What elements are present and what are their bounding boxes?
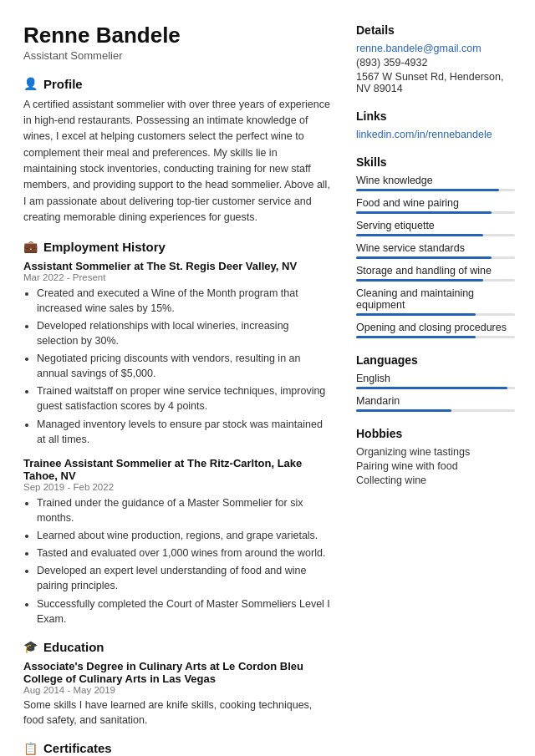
- links-section: Links linkedin.com/in/rennebandele: [356, 109, 515, 140]
- resume-header: Renne Bandele Assistant Sommelier: [23, 23, 333, 62]
- skill-label: Serving etiquette: [356, 220, 515, 231]
- hobbies-heading: Hobbies: [356, 427, 515, 440]
- skill-bar-bg: [356, 279, 515, 282]
- job-title: Assistant Sommelier at The St. Regis Dee…: [23, 260, 333, 272]
- education-heading: 🎓 Education: [23, 640, 333, 654]
- job-bullet: Successfully completed the Court of Mast…: [37, 596, 333, 627]
- skill-item: Wine knowledge: [356, 175, 515, 191]
- education-section: 🎓 Education Associate's Degree in Culina…: [23, 640, 333, 728]
- skill-item: Cleaning and maintaining equipment: [356, 287, 515, 316]
- skill-bar-fill: [356, 313, 476, 316]
- skill-label: Storage and handling of wine: [356, 265, 515, 277]
- skill-item: Serving etiquette: [356, 220, 515, 236]
- job-item: Trainee Assistant Sommelier at The Ritz-…: [23, 457, 333, 627]
- skill-bar-bg: [356, 234, 515, 236]
- hobby-item: Organizing wine tastings: [356, 446, 515, 458]
- job-bullet: Developed an expert level understanding …: [37, 563, 333, 593]
- skill-item: Opening and closing procedures: [356, 322, 515, 338]
- skill-bar-fill: [356, 211, 492, 214]
- skill-bar-fill: [356, 189, 499, 191]
- skill-bar-bg: [356, 313, 515, 316]
- profile-text: A certified assistant sommelier with ove…: [23, 97, 333, 226]
- language-label: English: [356, 373, 515, 384]
- skill-bar-bg: [356, 189, 515, 191]
- employment-heading: 💼 Employment History: [23, 240, 333, 254]
- skill-item: Storage and handling of wine: [356, 265, 515, 282]
- skills-section: Skills Wine knowledgeFood and wine pairi…: [356, 155, 515, 338]
- language-bar-fill: [356, 409, 451, 412]
- email-link[interactable]: renne.bandele@gmail.com: [356, 43, 515, 54]
- job-bullet: Learned about wine production, regions, …: [37, 528, 333, 543]
- employment-icon: 💼: [23, 240, 38, 253]
- job-bullet: Developed relationships with local winer…: [37, 318, 333, 348]
- jobs-list: Assistant Sommelier at The St. Regis Dee…: [23, 260, 333, 627]
- job-bullet: Trained under the guidance of a Master S…: [37, 495, 333, 525]
- edu-dates: Aug 2014 - May 2019: [23, 685, 333, 695]
- hobbies-section: Hobbies Organizing wine tastingsPairing …: [356, 427, 515, 486]
- job-bullets: Created and executed a Wine of the Month…: [23, 286, 333, 447]
- skills-heading: Skills: [356, 155, 515, 169]
- job-bullet: Created and executed a Wine of the Month…: [37, 286, 333, 316]
- languages-list: EnglishMandarin: [356, 373, 515, 412]
- skill-item: Wine service standards: [356, 242, 515, 259]
- profile-section: 👤 Profile A certified assistant sommelie…: [23, 77, 333, 226]
- job-bullet: Managed inventory levels to ensure par s…: [37, 417, 333, 447]
- certificates-heading: 📋 Certificates: [23, 741, 333, 755]
- languages-section: Languages EnglishMandarin: [356, 353, 515, 412]
- candidate-name: Renne Bandele: [23, 23, 333, 48]
- certificates-section: 📋 Certificates Certified Specialist of W…: [23, 741, 333, 756]
- education-icon: 🎓: [23, 640, 38, 653]
- skill-bar-fill: [356, 234, 483, 236]
- skill-label: Wine knowledge: [356, 175, 515, 186]
- edu-desc: Some skills I have learned are knife ski…: [23, 698, 333, 728]
- language-bar-fill: [356, 387, 507, 389]
- skill-label: Food and wine pairing: [356, 197, 515, 209]
- candidate-title: Assistant Sommelier: [23, 49, 333, 62]
- profile-heading: 👤 Profile: [23, 77, 333, 91]
- job-bullets: Trained under the guidance of a Master S…: [23, 495, 333, 627]
- hobby-item: Pairing wine with food: [356, 460, 515, 472]
- job-bullet: Trained waitstaff on proper wine service…: [37, 383, 333, 414]
- certificates-icon: 📋: [23, 742, 38, 755]
- language-bar-bg: [356, 387, 515, 389]
- employment-section: 💼 Employment History Assistant Sommelier…: [23, 240, 333, 627]
- skill-label: Opening and closing procedures: [356, 322, 515, 333]
- hobbies-list: Organizing wine tastingsPairing wine wit…: [356, 446, 515, 486]
- hobby-item: Collecting wine: [356, 474, 515, 486]
- job-bullet: Negotiated pricing discounts with vendor…: [37, 351, 333, 381]
- profile-icon: 👤: [23, 77, 38, 90]
- links-heading: Links: [356, 109, 515, 123]
- phone-text: (893) 359-4932: [356, 57, 515, 68]
- language-item: Mandarin: [356, 395, 515, 412]
- skill-bar-fill: [356, 279, 483, 282]
- language-bar-bg: [356, 409, 515, 412]
- address-text: 1567 W Sunset Rd, Henderson, NV 89014: [356, 71, 515, 94]
- language-item: English: [356, 373, 515, 389]
- skill-label: Wine service standards: [356, 242, 515, 254]
- details-section: Details renne.bandele@gmail.com (893) 35…: [356, 23, 515, 94]
- skill-bar-fill: [356, 256, 492, 259]
- skill-bar-bg: [356, 336, 515, 338]
- edu-title: Associate's Degree in Culinary Arts at L…: [23, 660, 333, 685]
- job-dates: Sep 2019 - Feb 2022: [23, 482, 333, 492]
- skill-bar-fill: [356, 336, 476, 338]
- skill-label: Cleaning and maintaining equipment: [356, 287, 515, 311]
- right-column: Details renne.bandele@gmail.com (893) 35…: [356, 23, 515, 756]
- job-item: Assistant Sommelier at The St. Regis Dee…: [23, 260, 333, 447]
- skills-list: Wine knowledgeFood and wine pairingServi…: [356, 175, 515, 338]
- languages-heading: Languages: [356, 353, 515, 367]
- skill-item: Food and wine pairing: [356, 197, 515, 214]
- details-heading: Details: [356, 23, 515, 37]
- language-label: Mandarin: [356, 395, 515, 407]
- skill-bar-bg: [356, 256, 515, 259]
- job-title: Trainee Assistant Sommelier at The Ritz-…: [23, 457, 333, 482]
- job-dates: Mar 2022 - Present: [23, 272, 333, 282]
- job-bullet: Tasted and evaluated over 1,000 wines fr…: [37, 545, 333, 561]
- left-column: Renne Bandele Assistant Sommelier 👤 Prof…: [23, 23, 333, 756]
- skill-bar-bg: [356, 211, 515, 214]
- linkedin-link[interactable]: linkedin.com/in/rennebandele: [356, 129, 515, 140]
